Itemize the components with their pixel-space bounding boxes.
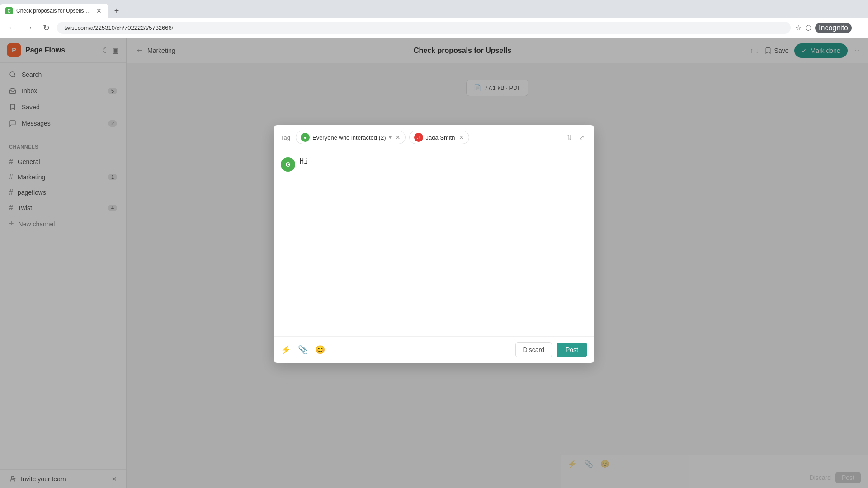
jada-chip-close[interactable]: ✕ xyxy=(459,134,464,141)
extension-icon[interactable]: ⬡ xyxy=(805,23,811,32)
tag-chip-jada[interactable]: J Jada Smith ✕ xyxy=(409,131,469,144)
everyone-chip-close[interactable]: ✕ xyxy=(395,134,401,141)
attach-icon[interactable]: 📎 xyxy=(298,345,308,355)
compose-modal: Tag ● Everyone who interacted (2) ▾ ✕ J … xyxy=(274,125,594,363)
tag-chip-everyone[interactable]: ● Everyone who interacted (2) ▾ ✕ xyxy=(296,131,406,144)
jada-avatar: J xyxy=(414,133,423,142)
menu-icon[interactable]: ⋮ xyxy=(855,23,863,32)
modal-footer-actions: Discard Post xyxy=(515,342,587,357)
back-button[interactable]: ← xyxy=(5,22,18,34)
tag-label: Tag xyxy=(281,134,290,141)
collapse-icon[interactable]: ⇅ xyxy=(564,132,575,143)
everyone-chip-arrow[interactable]: ▾ xyxy=(389,134,392,141)
modal-expand-buttons: ⇅ ⤢ xyxy=(564,132,587,143)
everyone-avatar: ● xyxy=(301,133,310,142)
address-bar: ← → ↻ ☆ ⬡ Incognito ⋮ xyxy=(0,18,868,38)
jada-chip-label: Jada Smith xyxy=(426,134,455,141)
modal-body: G Hi xyxy=(274,150,594,336)
tab-favicon: C xyxy=(5,7,13,14)
bookmark-icon[interactable]: ☆ xyxy=(795,23,802,32)
lightning-icon[interactable]: ⚡ xyxy=(281,345,291,355)
everyone-chip-label: Everyone who interacted (2) xyxy=(312,134,386,141)
browser-chrome: C Check proposals for Upsells · Pa ✕ + ←… xyxy=(0,0,868,38)
expand-icon[interactable]: ⤢ xyxy=(576,132,587,143)
new-tab-button[interactable]: + xyxy=(110,5,123,17)
incognito-badge: Incognito xyxy=(815,23,852,33)
modal-tag-row: Tag ● Everyone who interacted (2) ▾ ✕ J … xyxy=(274,125,594,150)
compose-input[interactable]: Hi xyxy=(300,157,587,329)
reload-button[interactable]: ↻ xyxy=(40,22,52,34)
avatar-row: G Hi xyxy=(281,157,587,329)
active-tab[interactable]: C Check proposals for Upsells · Pa ✕ xyxy=(0,4,108,18)
user-avatar: G xyxy=(281,157,295,172)
tab-title: Check proposals for Upsells · Pa xyxy=(16,8,91,14)
browser-toolbar-right: ☆ ⬡ Incognito ⋮ xyxy=(795,23,863,33)
modal-footer: ⚡ 📎 😊 Discard Post xyxy=(274,336,594,363)
tab-close-button[interactable]: ✕ xyxy=(95,7,103,15)
post-button[interactable]: Post xyxy=(557,343,587,357)
tab-bar: C Check proposals for Upsells · Pa ✕ + xyxy=(0,0,868,18)
forward-button[interactable]: → xyxy=(23,22,35,34)
emoji-icon[interactable]: 😊 xyxy=(315,345,325,355)
url-input[interactable] xyxy=(57,22,791,34)
modal-footer-icons: ⚡ 📎 😊 xyxy=(281,345,325,355)
discard-button[interactable]: Discard xyxy=(515,342,552,357)
